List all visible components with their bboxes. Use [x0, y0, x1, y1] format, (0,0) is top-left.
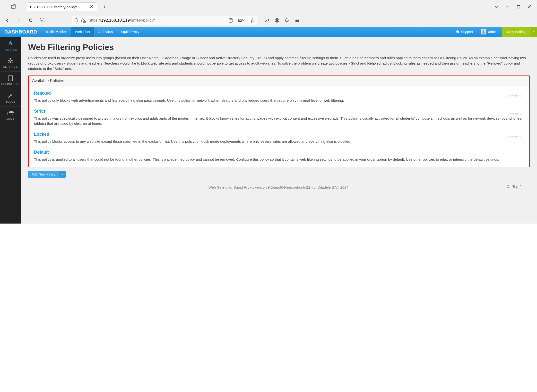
app-body: A POLICIES SETTINGS DEFINITIONS TOOLS LO…: [0, 37, 537, 224]
tabs-dropdown-icon[interactable]: [494, 5, 499, 9]
new-tab-button[interactable]: ＋: [100, 2, 109, 12]
svg-rect-10: [229, 18, 232, 22]
info-icon: i: [456, 30, 459, 33]
book-icon: [7, 75, 14, 81]
sidebar-item-policies[interactable]: A POLICIES: [0, 37, 21, 54]
pocket-icon[interactable]: [264, 18, 269, 23]
reader-mode-icon[interactable]: [228, 18, 233, 23]
priority-badge[interactable]: Priority: 3▴: [507, 94, 524, 98]
priority-badge[interactable]: Priority: 2▴: [507, 112, 524, 116]
sidebar-item-definitions[interactable]: DEFINITIONS: [0, 72, 21, 89]
minimize-icon[interactable]: [506, 5, 510, 8]
policy-description: This policy was specifically designed to…: [34, 114, 524, 127]
policy-description: This policy is applied to all users that…: [34, 155, 524, 163]
shield-icon[interactable]: [74, 18, 78, 23]
policy-relaxed: Relaxed Priority: 3▴ This policy only bl…: [34, 89, 524, 104]
close-tab-icon[interactable]: ✕: [88, 4, 95, 10]
caret-up-icon: ▴: [522, 95, 524, 98]
add-policy: Add New Policy: [28, 171, 66, 178]
browser-tab-bar: 192.168.10.119/safety/policy/ ✕ ＋: [0, 0, 537, 14]
policy-description: This policy blocks access to any web sit…: [34, 137, 524, 145]
on-top-link[interactable]: On Top ⌃: [507, 184, 522, 189]
folder-icon: [7, 110, 14, 116]
recent-browsing-icon[interactable]: [10, 3, 17, 10]
svg-text:i: i: [458, 31, 458, 33]
nav-right-icons: [264, 18, 299, 23]
url-bar[interactable]: https://192.168.10.119/safety/policy/ 80…: [72, 16, 258, 25]
policy-title-link[interactable]: Locked: [34, 130, 524, 137]
policy-title-link[interactable]: Default: [34, 148, 524, 155]
apply-settings-button[interactable]: Apply Settings: [502, 27, 531, 37]
browser-tab-title: 192.168.10.119/safety/policy/: [29, 5, 77, 9]
top-right: i Support admin Apply Settings: [452, 27, 537, 37]
policy-title-link[interactable]: Strict: [34, 107, 524, 114]
brand-logo[interactable]: DASHBOARD: [0, 29, 42, 35]
panel-title: Available Policies: [29, 76, 529, 86]
policy-strict: Strict Priority: 2▴ This policy was spec…: [34, 107, 524, 127]
window-controls: [494, 5, 537, 9]
priority-badge[interactable]: Priority: 1▴: [507, 135, 524, 139]
lock-warning-icon[interactable]: [81, 18, 86, 23]
account-icon[interactable]: [275, 18, 279, 23]
panel-body: Relaxed Priority: 3▴ This policy only bl…: [29, 86, 529, 167]
menu-icon[interactable]: [295, 18, 299, 23]
browser-chrome: 192.168.10.119/safety/policy/ ✕ ＋ https:…: [0, 0, 537, 27]
screenshot-icon[interactable]: [39, 17, 46, 24]
svg-rect-2: [13, 5, 16, 6]
forward-button: [15, 17, 23, 24]
apply-settings: Apply Settings: [502, 27, 537, 37]
avatar-icon: [481, 29, 486, 34]
page-title: Web Filtering Policies: [28, 42, 530, 52]
extensions-icon[interactable]: [285, 18, 290, 23]
svg-rect-4: [517, 6, 520, 8]
svg-line-27: [9, 59, 9, 59]
tab-bar-left: [0, 3, 27, 10]
top-tabs: Traffic Monitor Web Filter Anti Virus Sq…: [42, 27, 143, 37]
page-description: Policies are used to organize proxy user…: [28, 55, 530, 71]
user-menu[interactable]: admin: [477, 27, 502, 37]
wrench-icon: [7, 92, 14, 99]
sidebar-item-settings[interactable]: SETTINGS: [0, 54, 21, 72]
close-window-icon[interactable]: [528, 5, 531, 8]
svg-point-9: [84, 22, 85, 22]
policy-title-link[interactable]: Relaxed: [34, 89, 524, 96]
sidebar-item-tools[interactable]: TOOLS: [0, 89, 21, 107]
tab-web-filter[interactable]: Web Filter: [71, 27, 95, 37]
support-link[interactable]: i Support: [452, 27, 477, 37]
add-policy-dropdown[interactable]: [59, 171, 66, 178]
svg-point-21: [483, 30, 484, 32]
reload-button[interactable]: [27, 17, 34, 24]
policy-locked: Locked Priority: 1▴ This policy blocks a…: [34, 130, 524, 145]
app-top-nav: DASHBOARD Traffic Monitor Web Filter Ant…: [0, 27, 537, 37]
svg-line-29: [12, 59, 12, 59]
footer: Web Safety for Squid Proxy, version 9.2-…: [28, 178, 530, 192]
policy-default: Default This policy is applied to all us…: [34, 148, 524, 163]
caret-up-icon: ▴: [522, 136, 524, 139]
svg-line-28: [12, 62, 12, 63]
available-policies-panel: Available Policies Relaxed Priority: 3▴ …: [28, 75, 530, 167]
tab-traffic-monitor[interactable]: Traffic Monitor: [42, 27, 71, 37]
apply-settings-dropdown[interactable]: [531, 27, 537, 37]
footer-text: Web Safety for Squid Proxy, version 9.2-…: [208, 185, 349, 189]
caret-up-icon: ⌃: [519, 184, 522, 189]
maximize-icon[interactable]: [517, 5, 520, 8]
tab-anti-virus[interactable]: Anti Virus: [95, 27, 117, 37]
browser-nav-bar: https://192.168.10.119/safety/policy/ 80…: [0, 14, 537, 27]
url-text: https://192.168.10.119/safety/policy/: [89, 18, 226, 23]
bookmark-icon[interactable]: [250, 18, 255, 23]
policies-icon: A: [8, 40, 13, 47]
back-button[interactable]: [4, 17, 11, 24]
svg-point-22: [9, 60, 11, 62]
svg-point-15: [276, 19, 278, 21]
svg-line-30: [9, 62, 9, 63]
zoom-level[interactable]: 80%: [236, 18, 247, 23]
gear-icon: [7, 58, 14, 64]
sidebar-item-logs[interactable]: LOGS: [0, 107, 21, 124]
sidebar: A POLICIES SETTINGS DEFINITIONS TOOLS LO…: [0, 37, 21, 224]
policy-description: This policy only blocks web advertisemen…: [34, 96, 524, 104]
browser-tab[interactable]: 192.168.10.119/safety/policy/ ✕: [27, 2, 97, 11]
add-policy-row: Add New Policy: [28, 171, 530, 178]
main-content: Web Filtering Policies Policies are used…: [21, 37, 537, 224]
tab-squid-proxy[interactable]: Squid Proxy: [117, 27, 143, 37]
add-policy-button[interactable]: Add New Policy: [28, 171, 59, 178]
